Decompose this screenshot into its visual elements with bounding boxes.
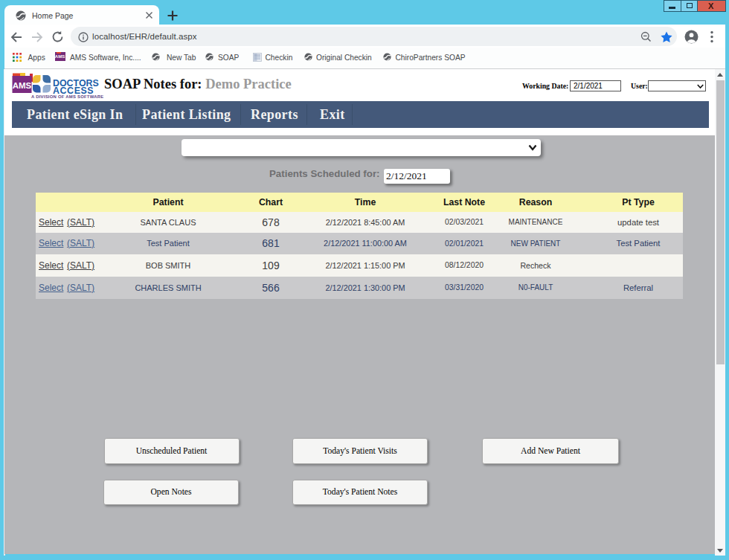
svg-text:A DIVISION OF AMS SOFTWARE: A DIVISION OF AMS SOFTWARE (31, 94, 103, 99)
svg-text:AMS: AMS (13, 81, 32, 90)
